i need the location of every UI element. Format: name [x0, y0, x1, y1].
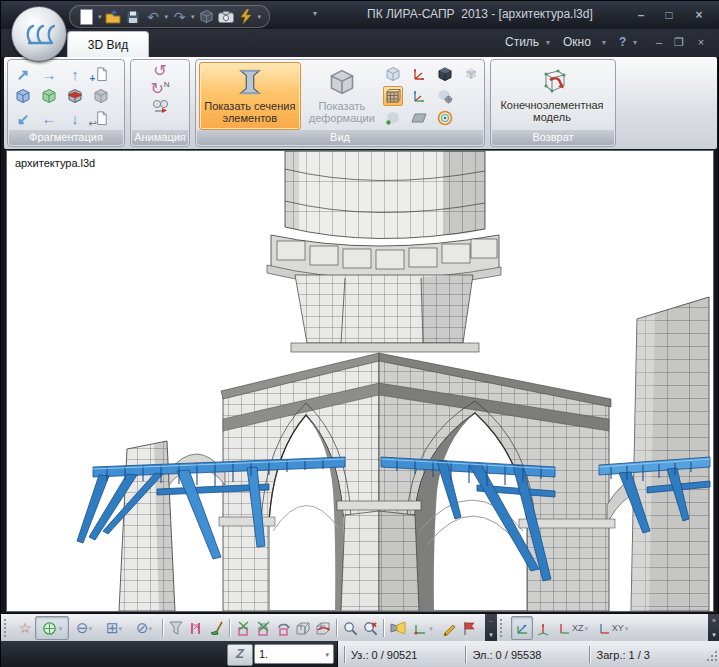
- view-xz-button[interactable]: XZ▾: [553, 617, 593, 639]
- undo-dropdown-icon[interactable]: ▾: [165, 13, 169, 20]
- zoom-pen-button[interactable]: ⊘▾: [129, 617, 159, 639]
- brush-icon[interactable]: [206, 617, 226, 639]
- fragment-down-icon[interactable]: ↓: [71, 111, 79, 126]
- tab-3d-view[interactable]: 3D Вид: [67, 31, 149, 58]
- fragment-close-page-icon[interactable]: ↩: [94, 110, 109, 126]
- menu-style[interactable]: Стиль: [505, 35, 539, 49]
- window-close-button[interactable]: ×: [689, 8, 709, 23]
- group-label-return: Возврат: [492, 130, 614, 145]
- local-axes-button[interactable]: ▾: [407, 617, 439, 639]
- animation-curve-icon[interactable]: ↺: [153, 63, 166, 79]
- frame-restore-icon[interactable]: [313, 617, 333, 639]
- qat-overflow-icon[interactable]: ▾: [313, 9, 317, 18]
- group-label-view: Вид: [197, 130, 483, 145]
- open-file-icon[interactable]: [105, 8, 122, 25]
- new-dropdown-icon[interactable]: ▾: [98, 13, 102, 20]
- mdi-minimize-button[interactable]: –: [651, 36, 667, 48]
- lira-lyre-icon: [22, 17, 56, 51]
- view-isometric-button[interactable]: [511, 616, 533, 640]
- unselect-nodes-icon[interactable]: [233, 617, 253, 639]
- cube-nodes-icon[interactable]: [385, 110, 401, 126]
- zoom-in-mag-icon[interactable]: [340, 617, 360, 639]
- window-maximize-button[interactable]: □: [659, 8, 679, 23]
- fragment-cube-gray-icon[interactable]: [93, 88, 109, 104]
- zoom-cancel-mag-icon[interactable]: [360, 617, 380, 639]
- fe-model-label: Конечноэлементная модель: [496, 99, 608, 123]
- run-lightning-icon[interactable]: [238, 8, 255, 25]
- zoom-grid-button[interactable]: ⊞▾: [99, 617, 129, 639]
- menu-help[interactable]: ?: [619, 35, 626, 49]
- plane-icon[interactable]: [411, 113, 427, 123]
- resize-grip[interactable]: [705, 649, 717, 661]
- fragment-cube-green-icon[interactable]: [41, 88, 57, 104]
- spotlight-icon[interactable]: [387, 617, 407, 639]
- animation-curve-n-icon[interactable]: ↻N: [150, 81, 169, 97]
- target-rings-icon[interactable]: [437, 110, 453, 126]
- select-poly-star-icon[interactable]: ☆: [15, 617, 35, 639]
- rotate-selection-icon[interactable]: [273, 617, 293, 639]
- zoom-out-button[interactable]: ⊖▾: [69, 617, 99, 639]
- view-xy-button[interactable]: XY▾: [593, 617, 633, 639]
- zoom-select-button[interactable]: ▾: [35, 616, 69, 640]
- axes-local-red-icon[interactable]: [411, 66, 427, 82]
- redo-dropdown-icon[interactable]: ▾: [191, 13, 195, 20]
- solid-dark-cube-icon[interactable]: [437, 66, 453, 82]
- fragment-up-right-icon[interactable]: ↗: [17, 67, 30, 82]
- fe-model-button[interactable]: Конечноэлементная модель: [494, 62, 610, 128]
- window-dropdown-icon[interactable]: ▾: [602, 38, 606, 47]
- undo-icon[interactable]: ↶: [145, 8, 162, 25]
- frame-model-small-icon[interactable]: [293, 617, 313, 639]
- fragment-left-icon[interactable]: ←: [42, 111, 57, 126]
- status-bar: Z 1. ▾ Уз.: 0 / 90521 Эл.: 0 / 95538 Заг…: [1, 641, 719, 667]
- filter-funnel-icon[interactable]: [166, 617, 186, 639]
- app-logo-lira[interactable]: [11, 6, 67, 62]
- axes-global-icon[interactable]: [411, 88, 427, 104]
- show-model-cube-icon[interactable]: [198, 8, 215, 25]
- render-ornament-disabled-icon[interactable]: ✾: [465, 66, 477, 82]
- bottom-toolbar: ☆ ▾ ⊖▾ ⊞▾ ⊘▾ ▾: [1, 613, 719, 642]
- frame-model-icon[interactable]: [383, 86, 403, 106]
- cube-gear-icon[interactable]: [437, 88, 453, 104]
- view-rotate-axes-button[interactable]: [533, 617, 553, 639]
- pencil-edit-icon[interactable]: [439, 617, 459, 639]
- group-label-fragmentation: Фрагментация: [9, 130, 123, 145]
- flag-mark-icon[interactable]: [459, 617, 479, 639]
- status-nodes: Уз.: 0 / 90521: [351, 649, 417, 661]
- fragment-right-icon[interactable]: →: [42, 67, 57, 82]
- fragment-cube-cut-icon[interactable]: [67, 88, 83, 104]
- style-dropdown-icon[interactable]: ▾: [546, 38, 550, 47]
- toolbar-grip-2[interactable]: [500, 619, 507, 637]
- show-deformations-button[interactable]: Показать деформации: [306, 62, 378, 130]
- fragment-add-page-icon[interactable]: +: [94, 66, 109, 82]
- wireframe-cube-icon[interactable]: [385, 66, 401, 82]
- load-case-value: 1.: [259, 648, 268, 660]
- load-case-combo[interactable]: 1. ▾: [254, 644, 334, 664]
- snapshot-camera-icon[interactable]: [218, 8, 235, 25]
- show-sections-label: Показать сечения элементов: [201, 100, 299, 124]
- unselect-elements-icon[interactable]: [253, 617, 273, 639]
- mdi-close-button[interactable]: ×: [693, 36, 709, 48]
- toolbar-grip[interactable]: [4, 619, 11, 637]
- help-dropdown-icon[interactable]: ▾: [633, 38, 637, 47]
- mdi-restore-button[interactable]: ❐: [671, 36, 687, 49]
- ribbon-group-view: Показать сечения элементов Показать дефо…: [195, 59, 485, 147]
- ribbon-group-fragmentation: ↗ → ↑ + ↙ ← ↓ ↩: [7, 59, 125, 147]
- fragment-up-icon[interactable]: ↑: [71, 67, 79, 82]
- window-minimize-button[interactable]: –: [631, 8, 651, 23]
- redo-icon[interactable]: ↷: [171, 8, 188, 25]
- flags-pink-icon[interactable]: [186, 617, 206, 639]
- save-icon[interactable]: [125, 8, 142, 25]
- animation-film-icon[interactable]: [152, 99, 169, 114]
- toolbar-overflow-left[interactable]: ∙∙▾: [485, 614, 497, 642]
- run-dropdown-icon[interactable]: ▾: [258, 13, 262, 20]
- quick-access-toolbar: ▾ ↶ ▾ ↷ ▾ ▾: [69, 5, 270, 28]
- model-viewport[interactable]: архитектура.l3d: [6, 150, 714, 612]
- menu-window[interactable]: Окно: [563, 35, 591, 49]
- load-case-icon[interactable]: Z: [227, 644, 253, 666]
- window-title: ПК ЛИРА-САПР 2013 - [архитектура.l3d]: [367, 7, 593, 21]
- toolbar-overflow-right[interactable]: »▾: [708, 614, 719, 642]
- new-document-icon[interactable]: [78, 8, 95, 25]
- show-sections-button[interactable]: Показать сечения элементов: [199, 62, 301, 130]
- fragment-cube-blue-icon[interactable]: [15, 88, 31, 104]
- fragment-down-left-icon[interactable]: ↙: [17, 111, 30, 126]
